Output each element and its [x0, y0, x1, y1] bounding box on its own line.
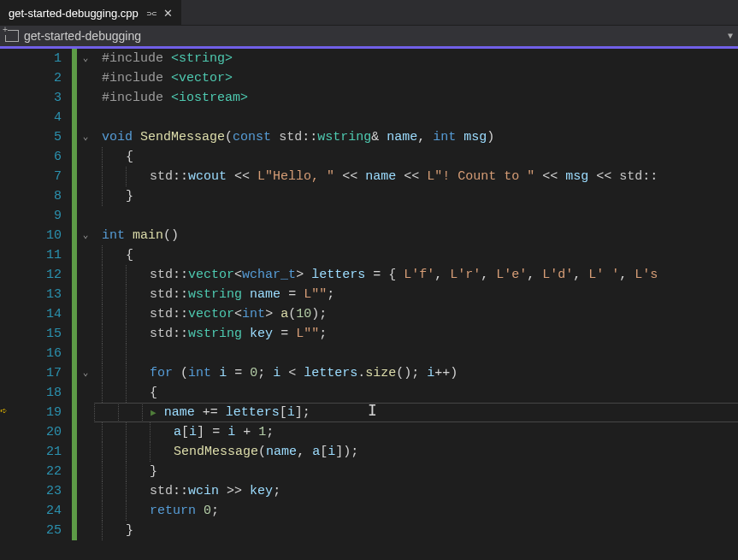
line-number: 14 — [19, 304, 62, 324]
code-line[interactable]: { — [94, 383, 738, 403]
glyph-cell[interactable] — [0, 127, 19, 147]
code-line[interactable] — [94, 108, 738, 127]
code-line[interactable]: void SendMessage(const std::wstring& nam… — [94, 127, 738, 147]
code-line[interactable]: } — [94, 462, 738, 481]
code-line[interactable]: std::wstring key = L""; — [94, 324, 738, 344]
fold-toggle — [77, 186, 94, 206]
code-line[interactable]: for (int i = 0; i < letters.size(); i++) — [94, 363, 738, 383]
scope-name: get-started-debugging — [24, 29, 141, 43]
code-line[interactable] — [94, 344, 738, 363]
fold-toggle — [77, 68, 94, 88]
glyph-cell[interactable] — [0, 324, 19, 344]
file-tab[interactable]: get-started-debugging.cpp ⫗ ✕ — [0, 0, 181, 25]
glyph-cell[interactable] — [0, 442, 19, 462]
glyph-cell[interactable] — [0, 68, 19, 88]
line-numbers: 1234567891011121314151617181920212223242… — [19, 49, 72, 560]
code-line[interactable]: std::wstring name = L""; — [94, 285, 738, 304]
line-number: 23 — [19, 481, 62, 501]
code-area[interactable]: 𝙸 #include <string> #include <vector> #i… — [94, 49, 738, 560]
glyph-cell[interactable] — [0, 481, 19, 501]
code-line[interactable]: std::wcout << L"Hello, " << name << L"! … — [94, 167, 738, 186]
glyph-cell[interactable] — [0, 245, 19, 265]
line-number: 4 — [19, 108, 62, 127]
run-to-click-icon[interactable]: ▶ — [151, 408, 156, 418]
glyph-cell[interactable] — [0, 265, 19, 285]
code-line[interactable]: #include <vector> — [94, 68, 738, 88]
code-line[interactable]: } — [94, 186, 738, 206]
tab-bar: get-started-debugging.cpp ⫗ ✕ — [0, 0, 738, 26]
glyph-cell[interactable] — [0, 206, 19, 226]
fold-toggle — [77, 108, 94, 127]
glyph-cell[interactable] — [0, 147, 19, 167]
glyph-cell[interactable] — [0, 108, 19, 127]
tab-title: get-started-debugging.cpp — [9, 7, 139, 20]
code-line[interactable]: std::vector<int> a(10); — [94, 304, 738, 324]
navigation-bar[interactable]: get-started-debugging ▼ — [0, 26, 738, 49]
fold-toggle — [77, 383, 94, 403]
line-number: 2 — [19, 68, 62, 88]
code-line[interactable] — [94, 206, 738, 226]
code-line[interactable]: } — [94, 521, 738, 540]
line-number: 16 — [19, 344, 62, 363]
fold-toggle — [77, 403, 94, 422]
fold-toggle — [77, 265, 94, 285]
glyph-margin[interactable]: ➪ — [0, 49, 19, 560]
glyph-cell[interactable] — [0, 383, 19, 403]
line-number: 19 — [19, 403, 62, 422]
fold-toggle — [77, 245, 94, 265]
fold-toggle — [77, 285, 94, 304]
fold-toggle[interactable]: ⌄ — [77, 127, 94, 147]
code-line[interactable]: a[i] = i + 1; — [94, 422, 738, 442]
fold-toggle — [77, 344, 94, 363]
execution-pointer-icon: ➪ — [0, 402, 7, 421]
code-line[interactable]: { — [94, 245, 738, 265]
line-number: 22 — [19, 462, 62, 481]
line-number: 21 — [19, 442, 62, 462]
fold-toggle — [77, 304, 94, 324]
fold-toggle — [77, 422, 94, 442]
code-line[interactable]: #include <iostream> — [94, 88, 738, 108]
fold-gutter[interactable]: ⌄⌄⌄⌄ — [77, 49, 94, 560]
line-number: 8 — [19, 186, 62, 206]
line-number: 24 — [19, 501, 62, 521]
chevron-down-icon[interactable]: ▼ — [728, 32, 733, 41]
glyph-cell[interactable] — [0, 501, 19, 521]
pin-icon[interactable]: ⫗ — [145, 7, 156, 20]
code-editor[interactable]: ➪ 12345678910111213141516171819202122232… — [0, 49, 738, 560]
fold-toggle[interactable]: ⌄ — [77, 49, 94, 68]
line-number: 13 — [19, 285, 62, 304]
code-line[interactable]: ▶ name += letters[i]; — [94, 403, 738, 422]
close-icon[interactable]: ✕ — [163, 7, 173, 20]
glyph-cell[interactable] — [0, 49, 19, 68]
glyph-cell[interactable] — [0, 226, 19, 245]
glyph-cell[interactable] — [0, 521, 19, 540]
code-line[interactable]: { — [94, 147, 738, 167]
code-line[interactable]: std::vector<wchar_t> letters = { L'f', L… — [94, 265, 738, 285]
glyph-cell[interactable] — [0, 304, 19, 324]
line-number: 10 — [19, 226, 62, 245]
glyph-cell[interactable] — [0, 88, 19, 108]
line-number: 7 — [19, 167, 62, 186]
code-line[interactable]: #include <string> — [94, 49, 738, 68]
fold-toggle — [77, 167, 94, 186]
glyph-cell[interactable] — [0, 285, 19, 304]
glyph-cell[interactable] — [0, 422, 19, 442]
code-line[interactable]: return 0; — [94, 501, 738, 521]
code-line[interactable]: SendMessage(name, a[i]); — [94, 442, 738, 462]
fold-toggle — [77, 88, 94, 108]
line-number: 17 — [19, 363, 62, 383]
fold-toggle[interactable]: ⌄ — [77, 226, 94, 245]
glyph-cell[interactable] — [0, 186, 19, 206]
fold-toggle — [77, 147, 94, 167]
fold-toggle[interactable]: ⌄ — [77, 363, 94, 383]
line-number: 11 — [19, 245, 62, 265]
code-line[interactable]: int main() — [94, 226, 738, 245]
line-number: 5 — [19, 127, 62, 147]
glyph-cell[interactable]: ➪ — [0, 403, 19, 422]
glyph-cell[interactable] — [0, 462, 19, 481]
glyph-cell[interactable] — [0, 167, 19, 186]
glyph-cell[interactable] — [0, 363, 19, 383]
code-line[interactable]: std::wcin >> key; — [94, 481, 738, 501]
glyph-cell[interactable] — [0, 344, 19, 363]
fold-toggle — [77, 501, 94, 521]
